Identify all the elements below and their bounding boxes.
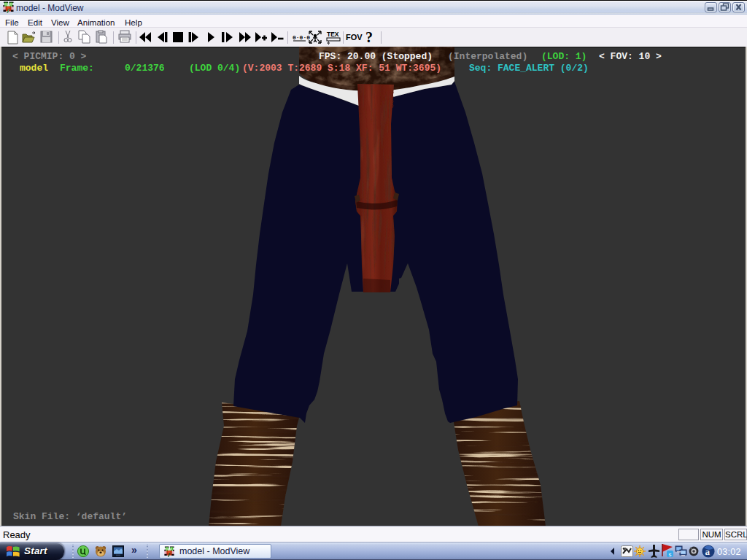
svg-text:0·0·0: 0·0·0: [293, 34, 310, 41]
svg-text:FOV: FOV: [346, 33, 363, 42]
svg-text:TEX: TEX: [327, 31, 339, 38]
svg-text:s: s: [669, 551, 672, 558]
svg-text:?: ?: [365, 29, 373, 45]
svg-text:a: a: [705, 546, 711, 557]
